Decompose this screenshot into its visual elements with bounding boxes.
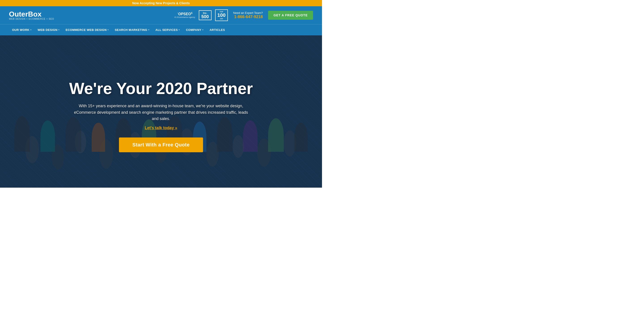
get-quote-button[interactable]: GET A FREE QUOTE [268,11,313,20]
inc500-badge: Inc. 500 [199,10,212,20]
logo-tagline: WEB DESIGN + ECOMMERCE + SEO [9,18,54,20]
chevron-down-icon: ▾ [30,29,32,31]
top100-num: 100 [217,13,226,18]
chevron-down-icon: ▾ [202,29,204,31]
hero-cta-button[interactable]: Start With a Free Quote [119,137,203,152]
logo-name: OuterBox [9,11,54,18]
header-right: ↑OPSEOS #1 Ecommerce Agency Inc. 500 TOP… [174,10,313,21]
main-nav: OUR WORK ▾ WEB DESIGN ▾ ECOMMERCE WEB DE… [0,24,322,35]
phone-number[interactable]: 1-866-647-9218 [234,15,263,19]
nav-item-web-design[interactable]: WEB DESIGN ▾ [34,24,62,36]
hero-content: We're Your 2020 Partner With 15+ years e… [64,80,258,152]
hero-title: We're Your 2020 Partner [69,80,253,97]
inc-num: 500 [202,14,209,19]
logo[interactable]: OuterBox WEB DESIGN + ECOMMERCE + SEO [9,11,54,20]
topseos-sub-label: #1 Ecommerce Agency [174,16,195,18]
hero-section: We're Your 2020 Partner With 15+ years e… [0,35,322,188]
badges-area: ↑OPSEOS #1 Ecommerce Agency Inc. 500 TOP… [174,10,228,21]
topseos-badge: ↑OPSEOS #1 Ecommerce Agency [174,12,195,18]
chevron-down-icon: ▾ [179,29,180,31]
nav-item-articles[interactable]: ARTICLES [206,24,228,36]
top100-badge: TOP 100 100 [215,10,228,21]
nav-item-company[interactable]: COMPANY ▾ [183,24,206,36]
need-expert-label: Need an Expert Team? [233,11,263,15]
top100-bottom-label: 100 [220,18,223,20]
chevron-down-icon: ▾ [148,29,149,31]
chevron-down-icon: ▾ [108,29,109,31]
hero-link[interactable]: Let's talk today » [69,126,253,130]
nav-item-all-services[interactable]: ALL SERVICES ▾ [152,24,183,36]
nav-item-ecommerce[interactable]: ECOMMERCE WEB DESIGN ▾ [62,24,112,36]
top100-top-label: TOP [220,11,223,13]
nav-item-our-work[interactable]: OUR WORK ▾ [9,24,34,36]
hero-subtitle: With 15+ years experience and an award-w… [72,103,250,122]
site-header: OuterBox WEB DESIGN + ECOMMERCE + SEO ↑O… [0,6,322,24]
announcement-text: Now Accepting New Projects & Clients [132,1,190,5]
nav-item-search-marketing[interactable]: SEARCH MARKETING ▾ [112,24,152,36]
announcement-bar: Now Accepting New Projects & Clients [0,0,322,6]
header-contact: Need an Expert Team? 1-866-647-9218 [233,11,263,19]
topseos-top-label: ↑ [177,12,178,14]
chevron-down-icon: ▾ [58,29,60,31]
